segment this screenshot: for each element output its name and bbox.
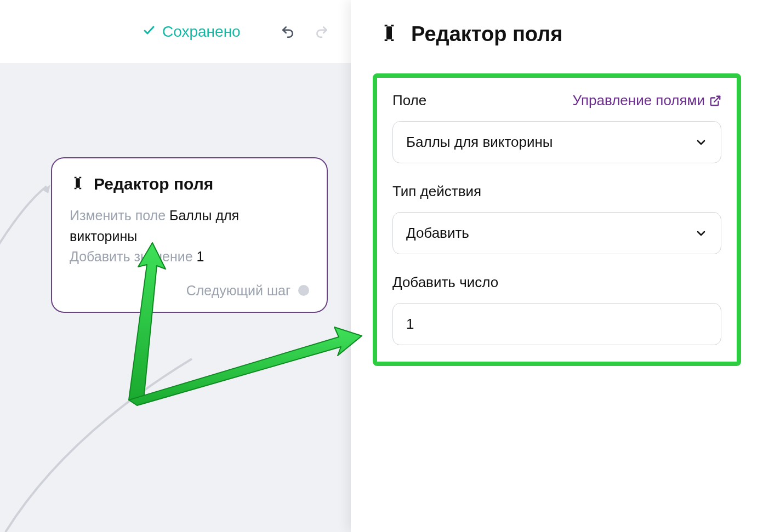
node-header: Редактор поля <box>70 175 309 193</box>
external-link-icon <box>709 95 721 107</box>
canvas-area[interactable]: Редактор поля Изменить поле Баллы для ви… <box>0 63 351 532</box>
saved-label: Сохранено <box>162 23 241 41</box>
manage-fields-label: Управление полями <box>573 92 705 109</box>
node-line2-value: 1 <box>197 249 204 264</box>
undo-redo-group <box>279 23 331 41</box>
field-select-value: Баллы для викторины <box>406 134 553 151</box>
action-type-select[interactable]: Добавить <box>392 212 721 254</box>
add-number-label: Добавить число <box>392 274 721 291</box>
next-step-label: Следующий шаг <box>186 283 291 299</box>
svg-marker-0 <box>43 185 50 193</box>
node-line1-prefix: Изменить поле <box>70 208 169 223</box>
action-select-value: Добавить <box>406 225 469 242</box>
svg-line-5 <box>714 96 720 101</box>
field-editor-panel: Редактор поля Поле Управление полями Бал… <box>351 0 763 532</box>
field-editor-node[interactable]: Редактор поля Изменить поле Баллы для ви… <box>51 157 328 313</box>
field-select[interactable]: Баллы для викторины <box>392 121 721 163</box>
highlight-annotation: Поле Управление полями Баллы для виктори… <box>373 73 741 366</box>
port-dot-icon[interactable] <box>298 285 309 296</box>
field-editor-icon <box>378 22 400 46</box>
saved-status: Сохранено <box>143 23 241 41</box>
next-step-port[interactable]: Следующий шаг <box>70 283 309 299</box>
undo-button[interactable] <box>279 23 297 41</box>
svg-rect-1 <box>76 178 80 188</box>
add-number-input[interactable] <box>392 303 721 345</box>
manage-fields-link[interactable]: Управление полями <box>573 92 721 109</box>
panel-title: Редактор поля <box>411 22 562 46</box>
field-label-row: Поле Управление полями <box>392 92 721 109</box>
node-body: Изменить поле Баллы для викторины Добави… <box>70 205 309 267</box>
check-icon <box>143 23 156 41</box>
node-title: Редактор поля <box>94 175 213 193</box>
panel-header: Редактор поля <box>351 0 763 62</box>
redo-button[interactable] <box>313 23 331 41</box>
chevron-down-icon <box>694 136 708 149</box>
field-label: Поле <box>392 92 426 109</box>
field-editor-icon <box>70 175 86 193</box>
node-line2-prefix: Добавить значение <box>70 249 197 264</box>
chevron-down-icon <box>694 227 708 240</box>
svg-rect-4 <box>386 26 392 39</box>
action-type-label: Тип действия <box>392 183 721 200</box>
